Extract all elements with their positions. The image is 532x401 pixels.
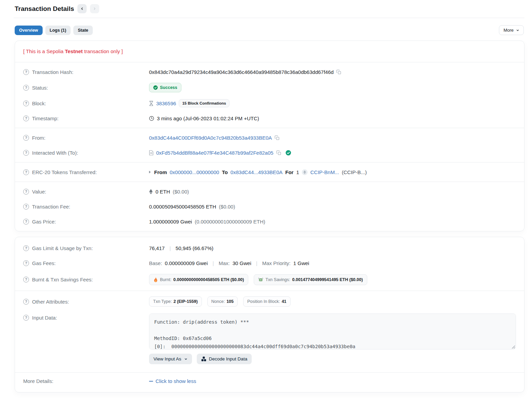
transfer-to-label: To	[222, 169, 228, 175]
block-number-link[interactable]: 3836596	[156, 101, 176, 106]
token-name-link[interactable]: CCIP-BnM...	[310, 169, 339, 175]
gas-price-label: ? Gas Price:	[23, 219, 149, 225]
transaction-hash-row: ? Transaction Hash: 0x843dc70a4a29d79234…	[23, 64, 516, 79]
erc20-transfer-row: ? ERC-20 Tokens Transferred: From 0x0000…	[23, 165, 516, 180]
block-row: ? Block: 3836596 15 Block Confirmations	[23, 96, 516, 111]
cubes-icon	[201, 356, 206, 361]
overview-card: [ This is a Sepolia Testnet transaction …	[15, 41, 524, 231]
transfer-amount: 1	[296, 169, 299, 175]
max-priority-fee-label: Max Priority:	[262, 260, 291, 266]
block-confirmations-badge: 15 Block Confirmations	[179, 99, 229, 107]
copy-icon[interactable]	[275, 135, 280, 140]
caret-right-icon	[149, 171, 151, 173]
other-attributes-row: ? Other Attributes: Txn Type: 2 (EIP-155…	[23, 293, 516, 310]
interacted-with-row: ? Interacted With (To): 0xFd57b4ddBf88a4…	[23, 145, 516, 160]
tab-overview[interactable]: Overview	[15, 26, 43, 35]
section-divider	[15, 128, 524, 128]
txn-type-badge: Txn Type: 2 (EIP-1559)	[149, 296, 202, 307]
burnt-fee-badge: Burnt: 0.000000000000458505 ETH ($0.00)	[149, 274, 248, 285]
page-title: Transaction Details	[15, 5, 74, 13]
burnt-savings-row: ? Burnt & Txn Savings Fees: Burnt: 0.000…	[23, 271, 516, 289]
help-icon: ?	[23, 150, 29, 156]
help-icon: ?	[23, 260, 29, 266]
chevron-left-icon	[80, 7, 84, 11]
tab-bar: Overview Logs (1) State More	[15, 25, 524, 35]
tab-state[interactable]: State	[73, 26, 93, 35]
hourglass-icon	[149, 101, 153, 106]
check-circle-icon	[153, 85, 158, 90]
help-icon: ?	[23, 85, 29, 91]
help-icon: ?	[23, 169, 29, 175]
input-data-row: ? Input Data: Function: drip(address tok…	[23, 310, 516, 368]
transaction-fee-usd: ($0.00)	[219, 204, 235, 210]
nonce-badge: Nonce: 105	[207, 296, 238, 307]
testnet-notice: [ This is a Sepolia Testnet transaction …	[23, 43, 516, 60]
section-divider	[15, 182, 524, 182]
txn-savings-label: Txn Savings:	[265, 277, 290, 282]
input-data-actions: View Input As Decode Input Data	[149, 354, 516, 364]
help-icon: ?	[23, 219, 29, 225]
gas-limit-value: 76,417	[149, 245, 165, 251]
to-address-link[interactable]: 0xFd57b4ddBf88a4e07fF4e34C487b99af2Fe82a…	[156, 150, 274, 156]
fire-icon	[153, 277, 158, 282]
section-divider	[15, 291, 524, 291]
help-icon: ?	[23, 315, 29, 321]
section-divider	[15, 62, 524, 62]
clock-icon	[149, 116, 154, 121]
pipe-separator	[167, 245, 173, 251]
input-data-textarea[interactable]: Function: drip(address token) *** Method…	[149, 313, 516, 350]
help-icon: ?	[23, 69, 29, 75]
next-transaction-button[interactable]	[90, 4, 99, 13]
transaction-hash-label: ? Transaction Hash:	[23, 69, 149, 75]
page-header: Transaction Details	[15, 0, 524, 18]
value-usd: ($0.00)	[173, 189, 189, 195]
section-divider	[15, 162, 524, 163]
help-icon: ?	[23, 115, 29, 121]
transfer-from-address-link[interactable]: 0x000000...00000000	[170, 169, 219, 175]
transfer-to-address-link[interactable]: 0x83dC44...4933BE0A	[231, 169, 283, 175]
gas-price-eth: (0.000000001000000009 ETH)	[195, 219, 265, 225]
copy-icon[interactable]	[276, 150, 281, 155]
chevron-right-icon	[93, 7, 97, 11]
max-fee-label: Max:	[219, 260, 230, 266]
help-icon: ?	[23, 135, 29, 141]
help-icon: ?	[23, 204, 29, 210]
txn-savings-badge: Txn Savings: 0.001477404999541495 ETH ($…	[254, 274, 367, 285]
base-fee-value: 0.000000009 Gwei	[165, 260, 208, 266]
more-details-row: More Details: Click to show less	[23, 375, 516, 390]
gas-price-amount: 1.000000009 Gwei	[149, 219, 192, 225]
status-label: ? Status:	[23, 85, 149, 91]
more-dropdown-label: More	[503, 28, 514, 33]
money-wings-icon	[258, 277, 263, 282]
value-row: ? Value: 0 ETH ($0.00)	[23, 184, 516, 199]
transfer-from-label: From	[154, 169, 167, 175]
token-logo-icon	[302, 169, 308, 175]
burnt-label: Burnt:	[160, 277, 171, 282]
help-icon: ?	[23, 245, 29, 251]
gas-fees-row: ? Gas Fees: Base: 0.000000009 Gwei Max: …	[23, 256, 516, 271]
ethereum-icon	[149, 189, 153, 194]
show-less-toggle[interactable]: Click to show less	[149, 378, 196, 384]
erc20-transfer-label: ? ERC-20 Tokens Transferred:	[23, 169, 149, 175]
previous-transaction-button[interactable]	[77, 4, 87, 13]
pipe-separator	[254, 260, 260, 266]
copy-icon[interactable]	[336, 70, 341, 75]
pipe-separator	[210, 260, 216, 266]
txn-savings-value: 0.001477404999541495 ETH ($0.00)	[292, 277, 363, 282]
timestamp-value: 3 mins ago (Jul-06-2023 01:02:24 PM +UTC…	[157, 115, 259, 121]
decode-input-data-button[interactable]: Decode Input Data	[197, 354, 252, 364]
gas-usage-value: 50,945 (66.67%)	[176, 245, 213, 251]
burnt-savings-label: ? Burnt & Txn Savings Fees:	[23, 277, 149, 282]
view-input-as-button[interactable]: View Input As	[149, 354, 192, 364]
burnt-value: 0.000000000000458505 ETH ($0.00)	[173, 277, 244, 282]
transaction-fee-row: ? Transaction Fee: 0.000050945000458505 …	[23, 199, 516, 214]
chevron-down-icon	[516, 29, 519, 32]
gas-limit-usage-row: ? Gas Limit & Usage by Txn: 76,417 50,94…	[23, 241, 516, 256]
from-label: ? From:	[23, 135, 149, 141]
transaction-fee-amount: 0.000050945000458505 ETH	[149, 204, 216, 210]
more-dropdown-button[interactable]: More	[499, 25, 524, 35]
transaction-fee-label: ? Transaction Fee:	[23, 204, 149, 210]
transfer-for-label: For	[285, 169, 293, 175]
from-address-link[interactable]: 0x83dC44a4C00DFf69d0A0c7c94B20b53a4933BE…	[149, 135, 272, 141]
tab-logs[interactable]: Logs (1)	[45, 26, 71, 35]
